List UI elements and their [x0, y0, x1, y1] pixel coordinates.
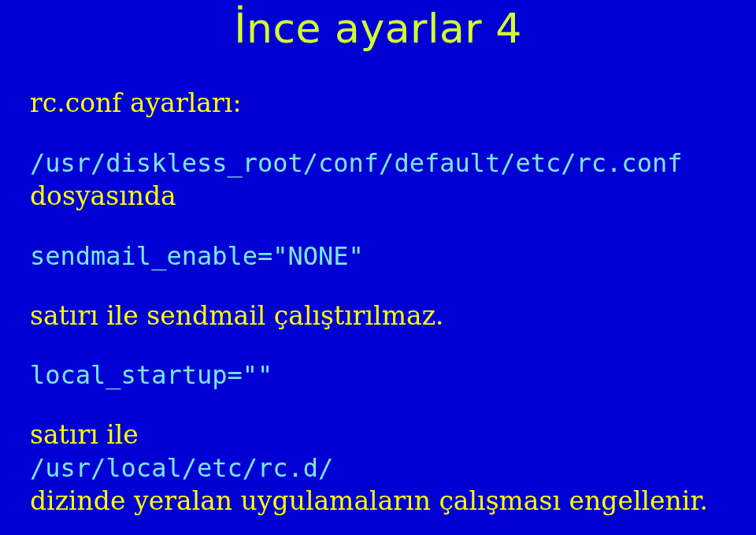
line-sendmail-explain: satırı ile sendmail çalıştırılmaz.: [30, 299, 715, 333]
path-rcconf: /usr/diskless_root/conf/default/etc/rc.c…: [30, 148, 682, 178]
text-dizinde: dizinde yeralan uygulamaların çalışması …: [30, 485, 708, 516]
line-local-explain: satırı ile /usr/local/etc/rc.d/ dizinde …: [30, 418, 715, 518]
slide: İnce ayarlar 4 rc.conf ayarları: /usr/di…: [0, 0, 756, 535]
line-sendmail-enable: sendmail_enable="NONE": [30, 240, 715, 273]
line-path-dosyasinda: /usr/diskless_root/conf/default/etc/rc.c…: [30, 147, 715, 213]
path-usr-local: /usr/local/etc/rc.d/: [30, 453, 333, 483]
text-dosyasinda: dosyasında: [30, 180, 176, 211]
text-satiri-ile: satırı ile: [30, 419, 139, 450]
slide-title: İnce ayarlar 4: [0, 5, 756, 52]
line-local-startup: local_startup="": [30, 359, 715, 392]
slide-body: rc.conf ayarları: /usr/diskless_root/con…: [30, 87, 715, 518]
line-rcconf-heading: rc.conf ayarları:: [30, 87, 715, 120]
